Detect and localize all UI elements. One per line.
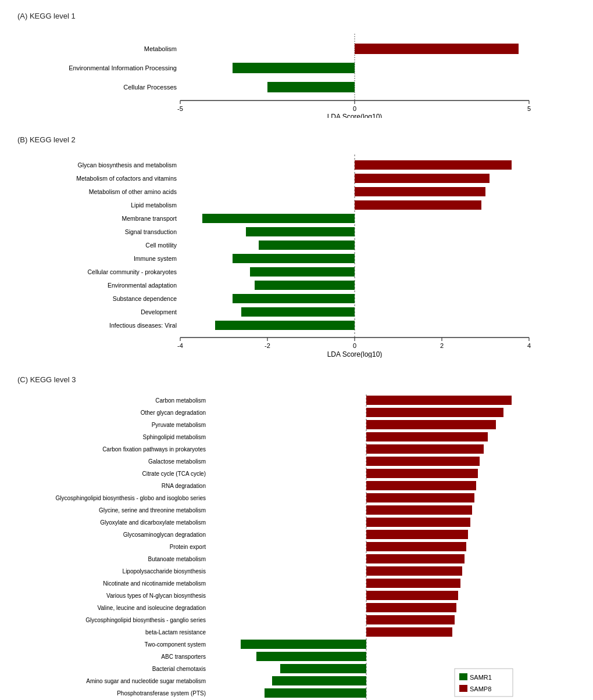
- svg-rect-115: [459, 685, 467, 692]
- svg-text:Membrane transport: Membrane transport: [122, 215, 177, 222]
- svg-text:Carbon metabolism: Carbon metabolism: [155, 397, 206, 404]
- svg-text:0: 0: [353, 342, 356, 349]
- svg-text:Glycan biosynthesis and metabo: Glycan biosynthesis and metabolism: [78, 161, 177, 168]
- chart-c-section: (C) KEGG level 3 -4 -2 0 2 4: [12, 375, 581, 700]
- svg-rect-95: [366, 627, 452, 637]
- svg-rect-67: [366, 457, 480, 466]
- svg-rect-69: [366, 469, 478, 478]
- svg-text:RNA degradation: RNA degradation: [162, 483, 206, 489]
- chart-c-title: (C) KEGG level 3: [17, 375, 581, 384]
- svg-text:Glyoxylate and dicarboxylate m: Glyoxylate and dicarboxylate metabolism: [100, 519, 206, 526]
- svg-text:Metabolism of other amino acid: Metabolism of other amino acids: [89, 188, 177, 195]
- svg-rect-34: [250, 267, 355, 277]
- svg-text:Galactose metabolism: Galactose metabolism: [148, 458, 206, 465]
- svg-rect-103: [272, 676, 366, 685]
- svg-rect-36: [255, 281, 355, 290]
- svg-rect-24: [355, 200, 481, 210]
- svg-text:-2: -2: [265, 342, 270, 349]
- svg-text:Carbon fixation pathways in pr: Carbon fixation pathways in prokaryotes: [102, 446, 206, 453]
- svg-text:Citrate cycle (TCA cycle): Citrate cycle (TCA cycle): [142, 471, 206, 477]
- svg-text:Pyruvate metabolism: Pyruvate metabolism: [152, 422, 206, 428]
- chart-a-svg: -5 0 5 Metabolism Environmental Informat…: [29, 25, 564, 118]
- svg-text:Butanoate metabolism: Butanoate metabolism: [148, 556, 206, 562]
- bar-a-env: [233, 63, 355, 73]
- svg-text:Various types of N-glycan bios: Various types of N-glycan biosynthesis: [106, 593, 206, 599]
- svg-rect-63: [366, 432, 488, 441]
- svg-rect-93: [366, 615, 455, 624]
- xtick-a-0: 0: [353, 105, 356, 112]
- svg-rect-89: [366, 591, 458, 600]
- svg-text:Glycine, serine and threonine : Glycine, serine and threonine metabolism: [99, 507, 206, 514]
- svg-rect-101: [280, 664, 366, 673]
- svg-rect-75: [366, 505, 472, 515]
- svg-text:Infectious diseases: Viral: Infectious diseases: Viral: [109, 322, 177, 329]
- chart-b-svg: -4 -2 0 2 4 Glycan biosynthesis and meta…: [29, 149, 564, 358]
- chart-a-title: (A) KEGG level 1: [17, 12, 581, 20]
- svg-text:Amino sugar and nucleotide sug: Amino sugar and nucleotide sugar metabol…: [86, 678, 206, 684]
- xtick-a-5: 5: [527, 105, 531, 112]
- chart-a-container: -5 0 5 Metabolism Environmental Informat…: [12, 25, 581, 118]
- ylabel-a-metabolism: Metabolism: [144, 45, 177, 52]
- svg-text:Phosphotransferase system (PTS: Phosphotransferase system (PTS): [117, 690, 206, 697]
- svg-rect-77: [366, 518, 470, 527]
- svg-text:Other glycan degradation: Other glycan degradation: [141, 410, 206, 416]
- svg-rect-32: [233, 254, 355, 263]
- svg-rect-57: [366, 396, 512, 405]
- svg-text:Nicotinate and nicotinamide me: Nicotinate and nicotinamide metabolism: [103, 580, 206, 587]
- svg-text:Protein export: Protein export: [170, 544, 206, 550]
- svg-rect-71: [366, 481, 476, 490]
- chart-c-svg: -4 -2 0 2 4 Carbon metabolism Other gl: [17, 389, 576, 700]
- svg-rect-22: [355, 187, 485, 196]
- svg-text:2: 2: [440, 342, 444, 349]
- svg-text:-4: -4: [177, 342, 183, 349]
- svg-text:Glycosaminoglycan degradation: Glycosaminoglycan degradation: [123, 532, 206, 538]
- svg-text:Valine, leucine and isoleucine: Valine, leucine and isoleucine degradati…: [97, 605, 206, 611]
- svg-rect-79: [366, 530, 468, 539]
- svg-text:ABC transporters: ABC transporters: [161, 654, 206, 660]
- svg-text:SAMP8: SAMP8: [470, 685, 491, 692]
- svg-rect-99: [256, 652, 366, 661]
- chart-b-container: -4 -2 0 2 4 Glycan biosynthesis and meta…: [12, 149, 581, 358]
- svg-text:Cellular community - prokaryot: Cellular community - prokaryotes: [88, 268, 177, 275]
- svg-text:Cell motility: Cell motility: [145, 242, 177, 249]
- svg-text:Sphingolipid metabolism: Sphingolipid metabolism: [143, 434, 206, 440]
- chart-b-title: (B) KEGG level 2: [17, 135, 581, 144]
- svg-rect-28: [246, 227, 355, 236]
- svg-rect-83: [366, 554, 465, 563]
- svg-text:Environmental adaptation: Environmental adaptation: [108, 282, 177, 289]
- ylabel-a-env: Environmental Information Processing: [69, 64, 177, 71]
- svg-text:4: 4: [527, 342, 531, 349]
- ylabel-a-cellular: Cellular Processes: [123, 84, 177, 91]
- svg-rect-26: [202, 214, 355, 223]
- svg-rect-18: [355, 160, 512, 170]
- svg-rect-65: [366, 444, 484, 454]
- svg-text:LDA Score(log10): LDA Score(log10): [327, 350, 383, 358]
- svg-text:Signal transduction: Signal transduction: [125, 228, 177, 235]
- svg-rect-42: [215, 321, 355, 330]
- svg-text:beta-Lactam resistance: beta-Lactam resistance: [145, 629, 206, 636]
- svg-text:Metabolism of cofactors and vi: Metabolism of cofactors and vitamins: [76, 175, 177, 182]
- svg-text:SAMR1: SAMR1: [470, 674, 492, 681]
- xtick-a-minus5: -5: [177, 105, 183, 112]
- svg-rect-40: [241, 307, 355, 317]
- svg-rect-81: [366, 542, 466, 551]
- svg-rect-113: [459, 673, 467, 680]
- svg-text:Bacterial chemotaxis: Bacterial chemotaxis: [152, 666, 206, 672]
- svg-text:Immune system: Immune system: [134, 255, 177, 262]
- svg-rect-85: [366, 566, 462, 576]
- chart-b-section: (B) KEGG level 2 -4 -2 0 2 4: [12, 135, 581, 358]
- svg-text:Development: Development: [141, 308, 177, 315]
- xlabel-a: LDA Score(log10): [327, 113, 383, 118]
- svg-rect-73: [366, 493, 474, 502]
- bar-a-cellular: [267, 82, 355, 92]
- svg-rect-97: [241, 640, 366, 649]
- svg-text:Substance dependence: Substance dependence: [113, 295, 177, 302]
- svg-rect-38: [233, 294, 355, 303]
- svg-rect-30: [259, 240, 355, 250]
- svg-rect-91: [366, 603, 456, 612]
- svg-text:Glycosphingolipid biosynthesis: Glycosphingolipid biosynthesis - globo a…: [56, 495, 206, 501]
- svg-rect-59: [366, 408, 503, 417]
- bar-a-metabolism: [355, 44, 519, 54]
- svg-rect-105: [265, 688, 366, 698]
- chart-a-section: (A) KEGG level 1 -5 0 5 Metabolism: [12, 12, 581, 118]
